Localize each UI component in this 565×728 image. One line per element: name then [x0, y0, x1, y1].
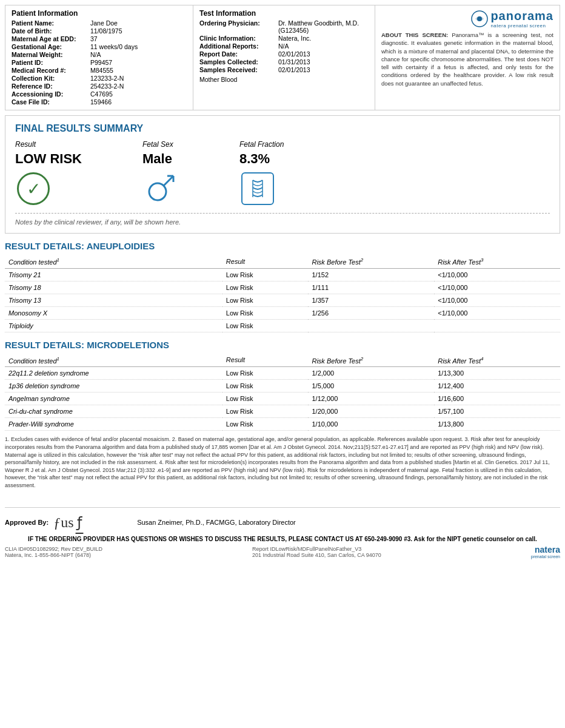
result-col-fetal-fraction: Fetal Fraction 8.3%: [239, 140, 284, 207]
result-label: Result: [15, 140, 36, 149]
table-row: Cri-du-chat syndrome Low Risk 1/20,000 1…: [5, 405, 560, 418]
ordering-physician-value: Dr. Matthew Goodbirth, M.D. (G123456): [278, 19, 369, 34]
fetal-sex-icon-area: [142, 170, 179, 207]
samples-collected-label: Samples Collected:: [199, 58, 278, 66]
footer-center: Report IDLowRisk/MDFullPanelNoFather_V3 …: [252, 546, 381, 558]
result-col-result: Result LOW RISK ✓: [15, 140, 82, 207]
patient-name-value: Jane Doe: [90, 19, 118, 27]
result-cell: Low Risk: [222, 380, 309, 393]
male-symbol-icon: [145, 174, 176, 204]
fetal-sex-label: Fetal Sex: [142, 140, 173, 149]
risk-before-cell: 1/12,000: [308, 393, 434, 405]
signature: ƒus ƒ̲̲: [53, 514, 132, 531]
result-icon-area: ✓: [15, 170, 52, 207]
condition-cell: 22q11.2 deletion syndrome: [5, 367, 222, 380]
result-cell: Low Risk: [222, 319, 309, 332]
case-file-label: Case File ID:: [12, 98, 90, 106]
condition-cell: Angelman syndrome: [5, 393, 222, 405]
weight-value: N/A: [90, 51, 101, 58]
maternal-age-label: Maternal Age at EDD:: [12, 35, 90, 42]
about-title: ABOUT THIS SCREEN:: [381, 32, 448, 38]
accession-id-label: Accessioning ID:: [12, 90, 90, 98]
samples-collected-value: 01/31/2013: [278, 58, 310, 66]
additional-reports-value: N/A: [278, 42, 289, 50]
fetal-sex-value: Male: [142, 151, 172, 167]
dob-value: 11/08/1975: [90, 27, 122, 35]
logo-text: panorama: [490, 9, 553, 23]
patient-id-label: Patient ID:: [12, 59, 90, 66]
notes-line: Notes by the clinical reviewer, if any, …: [15, 213, 550, 226]
clinic-info-label: Clinic Information:: [199, 35, 278, 42]
accession-id-value: C47695: [90, 90, 113, 98]
clia-text: CLIA ID#05D1082992; Rev DEV_BUILD: [5, 546, 102, 552]
contact-line: IF THE ORDERING PROVIDER HAS QUESTIONS O…: [5, 536, 560, 542]
micro-col-risk-before: Risk Before Test2: [308, 354, 434, 367]
fetal-fraction-label: Fetal Fraction: [239, 140, 284, 149]
panorama-icon: [471, 10, 488, 27]
header-section: Patient Information Patient Name:Jane Do…: [5, 5, 560, 110]
result-cell: Low Risk: [222, 306, 309, 319]
risk-after-cell: 1/57,100: [434, 405, 560, 418]
risk-before-cell: 1/5,000: [308, 380, 434, 393]
about-body: Panorama™ is a screening test, not diagn…: [381, 32, 553, 87]
about-text: ABOUT THIS SCREEN: Panorama™ is a screen…: [381, 31, 553, 87]
footer-logo-text: natera: [535, 545, 560, 554]
final-results-section: FINAL RESULTS SUMMARY Result LOW RISK ✓ …: [5, 115, 560, 234]
aneuploidies-section: RESULT DETAILS: ANEUPLOIDIES Condition t…: [5, 241, 560, 332]
checkmark-icon: ✓: [17, 172, 50, 205]
condition-cell: Trisomy 13: [5, 294, 222, 306]
risk-before-cell: [308, 319, 434, 332]
weight-label: Maternal Weight:: [12, 51, 90, 58]
collection-kit-label: Collection Kit:: [12, 75, 90, 82]
condition-cell: Monosomy X: [5, 306, 222, 319]
result-cell: Low Risk: [222, 405, 309, 418]
table-row: Trisomy 18 Low Risk 1/111 <1/10,000: [5, 281, 560, 294]
footer-logo-tagline: prenatal screen: [531, 554, 560, 559]
svg-point-2: [149, 183, 166, 200]
clinic-info-value: Natera, Inc.: [278, 35, 311, 42]
microdeletions-title: RESULT DETAILS: MICRODELETIONS: [5, 340, 560, 350]
risk-before-cell: 1/111: [308, 281, 434, 294]
report-date-label: Report Date:: [199, 50, 278, 58]
table-row: Trisomy 21 Low Risk 1/152 <1/10,000: [5, 268, 560, 281]
risk-after-cell: 1/12,400: [434, 380, 560, 393]
table-row: Triploidy Low Risk: [5, 319, 560, 332]
result-value: LOW RISK: [15, 151, 82, 167]
footnotes: 1. Excludes cases with evidence of fetal…: [5, 436, 560, 489]
risk-after-cell: 1/13,800: [434, 418, 560, 431]
sample-type-value: Mother Blood: [199, 76, 237, 83]
result-cell: Low Risk: [222, 393, 309, 405]
gestational-value: 11 weeks/0 days: [90, 43, 138, 50]
micro-col-result: Result: [222, 354, 309, 367]
table-row: Angelman syndrome Low Risk 1/12,000 1/16…: [5, 393, 560, 405]
risk-after-cell: [434, 319, 560, 332]
result-col-fetal-sex: Fetal Sex Male: [142, 140, 179, 207]
natera-logo: panorama natera prenatal screen: [471, 9, 553, 29]
footer-address: 201 Industrial Road Suite 410, San Carlo…: [252, 552, 381, 558]
microdeletions-section: RESULT DETAILS: MICRODELETIONS Condition…: [5, 340, 560, 431]
additional-reports-label: Additional Reports:: [199, 42, 278, 50]
case-file-value: 159466: [90, 98, 112, 106]
risk-after-cell: <1/10,000: [434, 306, 560, 319]
fetal-fraction-value: 8.3%: [239, 151, 270, 167]
approver-name: Susan Zneimer, Ph.D., FACMGG, Laboratory…: [137, 519, 296, 526]
medical-record-value: M84555: [90, 67, 113, 74]
table-row: Prader-Willi syndrome Low Risk 1/10,000 …: [5, 418, 560, 431]
report-date-value: 02/01/2013: [278, 50, 310, 58]
result-cell: Low Risk: [222, 418, 309, 431]
maternal-age-value: 37: [90, 35, 98, 42]
final-results-title: FINAL RESULTS SUMMARY: [15, 123, 550, 134]
test-info-box: Test Information Ordering Physician: Dr.…: [193, 5, 375, 110]
aneu-col-risk-after: Risk After Test3: [434, 255, 560, 268]
table-row: 22q11.2 deletion syndrome Low Risk 1/2,0…: [5, 367, 560, 380]
test-info-title: Test Information: [199, 9, 369, 18]
about-box: panorama natera prenatal screen ABOUT TH…: [375, 5, 560, 110]
reference-id-label: Reference ID:: [12, 83, 90, 90]
result-cell: Low Risk: [222, 367, 309, 380]
reference-id-value: 254233-2-N: [90, 83, 124, 90]
risk-before-cell: 1/256: [308, 306, 434, 319]
gestational-label: Gestational Age:: [12, 43, 90, 50]
patient-id-value: P99457: [90, 59, 112, 66]
svg-point-1: [477, 16, 482, 21]
patient-info-title: Patient Information: [12, 9, 187, 18]
